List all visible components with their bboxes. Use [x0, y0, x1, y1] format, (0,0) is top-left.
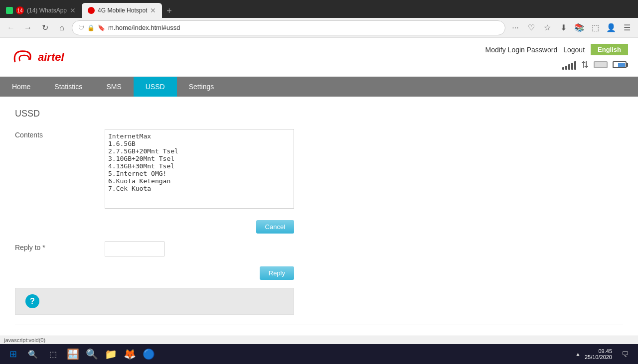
forward-button[interactable]: →	[21, 21, 35, 35]
reload-button[interactable]: ↻	[38, 21, 52, 35]
contents-label: Contents	[15, 129, 105, 139]
app1-icon: 🪟	[67, 348, 79, 360]
contents-textarea[interactable]: InternetMax 1.6.5GB 2.7.5GB+20Mnt Tsel 3…	[105, 129, 294, 209]
library-icon[interactable]: 📚	[572, 21, 586, 35]
task-view-icon: ⬚	[49, 350, 57, 359]
taskbar-app-firefox[interactable]: 🦊	[121, 345, 139, 363]
signal-icons: ⇅	[562, 59, 628, 70]
app-search-icon: 🔍	[86, 348, 98, 360]
star-icon[interactable]: ☆	[540, 21, 554, 35]
taskbar-left: ⊞ 🔍 ⬚ 🪟 🔍 📁 🦊 🔵	[4, 345, 158, 363]
browser-chrome: 14 (14) WhatsApp ✕ 4G Mobile Hotspot ✕ +…	[0, 0, 638, 38]
modify-password-link[interactable]: Modify Login Password	[485, 46, 557, 54]
cancel-button[interactable]: Cancel	[256, 220, 294, 234]
misc-icon: 🔵	[143, 348, 155, 360]
nav-statistics[interactable]: Statistics	[42, 77, 94, 97]
browser-toolbar: ← → ↻ ⌂ 🛡 🔒 🔖 ··· ♡ ☆ ⬇ 📚 ⬚ 👤 ☰	[0, 18, 638, 38]
reply-to-field	[105, 242, 294, 256]
address-bar[interactable]: 🛡 🔒 🔖	[72, 20, 505, 35]
battery-icon	[613, 61, 628, 68]
tab-airtel-close[interactable]: ✕	[150, 6, 156, 14]
notification-icon: 🗨	[622, 350, 629, 358]
date-display: 25/10/2020	[585, 354, 612, 360]
folder-icon: 📁	[105, 348, 117, 360]
signal-strength-icon	[562, 60, 576, 70]
reply-row: Reply	[15, 266, 294, 280]
status-bar: javascript:void(0)	[0, 336, 638, 344]
tab-airtel[interactable]: 4G Mobile Hotspot ✕	[82, 3, 162, 18]
reply-to-input[interactable]	[105, 242, 164, 256]
account-icon[interactable]: 👤	[604, 21, 618, 35]
header-right-area: Modify Login Password Logout English ⇅	[485, 44, 628, 70]
required-marker: *	[42, 243, 45, 251]
download-icon[interactable]: ⬇	[556, 21, 570, 35]
start-button[interactable]: ⊞	[4, 345, 22, 363]
contents-row: Contents InternetMax 1.6.5GB 2.7.5GB+20M…	[15, 129, 623, 210]
menu-icon[interactable]: ☰	[620, 21, 634, 35]
nav-bar: Home Statistics SMS USSD Settings	[0, 77, 638, 97]
cancel-row: Cancel	[15, 220, 294, 234]
help-section: ?	[15, 288, 294, 315]
header-left: airtel	[10, 47, 64, 67]
main-content: USSD Contents InternetMax 1.6.5GB 2.7.5G…	[0, 97, 638, 364]
pocket-icon[interactable]: ♡	[524, 21, 538, 35]
taskbar-app-misc[interactable]: 🔵	[140, 345, 158, 363]
taskbar-right: ▲ 09.45 25/10/2020 🗨	[575, 345, 634, 363]
more-button[interactable]: ···	[508, 21, 522, 35]
search-button[interactable]: 🔍	[24, 345, 42, 363]
tab-whatsapp-close[interactable]: ✕	[70, 6, 76, 14]
nav-home[interactable]: Home	[0, 77, 42, 97]
data-transfer-icon: ⇅	[581, 59, 589, 70]
taskbar: ⊞ 🔍 ⬚ 🪟 🔍 📁 🦊 🔵 ▲	[0, 344, 638, 364]
system-tray: ▲	[575, 351, 581, 357]
bookmark-icon: 🔖	[98, 24, 105, 31]
nav-sms[interactable]: SMS	[94, 77, 133, 97]
logout-link[interactable]: Logout	[563, 46, 585, 54]
taskbar-time: 09.45 25/10/2020	[585, 348, 612, 360]
notification-button[interactable]: 🗨	[616, 345, 634, 363]
back-button[interactable]: ←	[4, 21, 18, 35]
whatsapp-favicon	[6, 7, 13, 14]
toolbar-icons: ··· ♡ ☆ ⬇ 📚 ⬚ 👤 ☰	[508, 21, 634, 35]
taskbar-app-search[interactable]: 🔍	[83, 345, 101, 363]
ussd-title: USSD	[15, 109, 623, 119]
home-button[interactable]: ⌂	[55, 21, 69, 35]
nav-settings[interactable]: Settings	[177, 77, 226, 97]
tab-whatsapp[interactable]: 14 (14) WhatsApp ✕	[0, 3, 82, 18]
wifi-icon	[594, 61, 608, 68]
tab-sync-icon[interactable]: ⬚	[588, 21, 602, 35]
tab-whatsapp-label: (14) WhatsApp	[27, 7, 67, 14]
airtel-favicon	[88, 7, 95, 14]
browser-tabs: 14 (14) WhatsApp ✕ 4G Mobile Hotspot ✕ +	[0, 0, 638, 18]
taskbar-apps: 🪟 🔍 📁 🦊 🔵	[64, 345, 158, 363]
language-button[interactable]: English	[591, 44, 628, 55]
task-view-button[interactable]: ⬚	[44, 345, 62, 363]
page-content: airtel Modify Login Password Logout Engl…	[0, 38, 638, 364]
contents-field: InternetMax 1.6.5GB 2.7.5GB+20Mnt Tsel 3…	[105, 129, 294, 210]
taskbar-app-files[interactable]: 📁	[102, 345, 120, 363]
search-icon: 🔍	[28, 350, 38, 359]
nav-ussd[interactable]: USSD	[134, 77, 177, 97]
new-tab-button[interactable]: +	[162, 4, 176, 18]
lock-icon: 🔒	[87, 24, 95, 31]
reply-to-label: Reply to *	[15, 242, 105, 251]
help-icon: ?	[25, 294, 39, 308]
time-display: 09.45	[585, 348, 612, 354]
status-text: javascript:void(0)	[4, 337, 45, 343]
page-header: airtel Modify Login Password Logout Engl…	[0, 38, 638, 77]
security-icon: 🛡	[78, 24, 84, 31]
taskbar-app-1[interactable]: 🪟	[64, 345, 82, 363]
reply-to-row: Reply to *	[15, 242, 623, 256]
reply-button[interactable]: Reply	[260, 266, 294, 280]
whatsapp-badge: 14	[16, 6, 24, 14]
windows-icon: ⊞	[9, 349, 17, 360]
tab-airtel-label: 4G Mobile Hotspot	[98, 7, 147, 14]
header-links: Modify Login Password Logout English	[485, 44, 628, 55]
airtel-wordmark: airtel	[38, 51, 64, 64]
firefox-icon: 🦊	[124, 348, 136, 360]
airtel-logo: airtel	[10, 47, 64, 67]
address-input[interactable]	[108, 24, 499, 31]
airtel-logo-svg	[10, 47, 35, 67]
tray-icon-1: ▲	[575, 351, 581, 357]
